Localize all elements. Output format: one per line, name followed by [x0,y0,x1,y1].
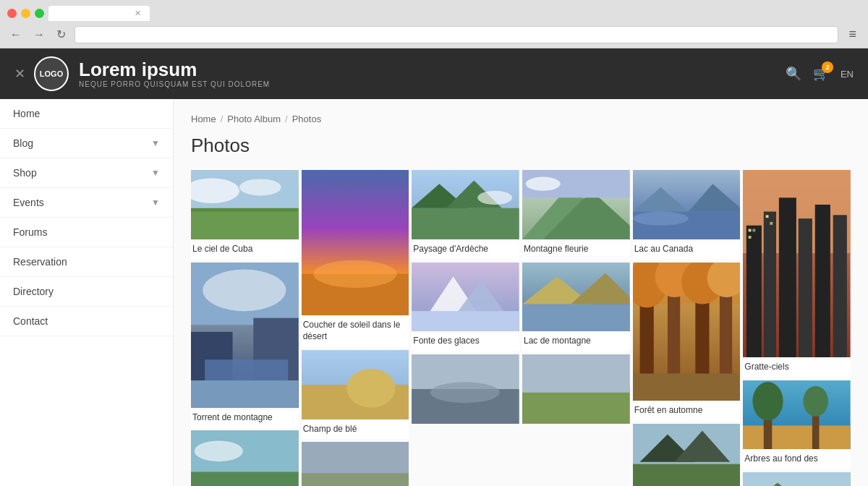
photo-item-bottom4[interactable] [522,354,630,426]
sidebar-item-shop[interactable]: Shop ▼ [0,158,173,188]
chevron-down-icon: ▼ [151,138,160,148]
back-button[interactable]: ← [7,27,25,43]
svg-point-42 [526,177,561,191]
photo-item-bottom3[interactable] [412,354,519,426]
photo-col-4: Montagne fleurie Lac de montagne [522,170,630,426]
photo-item-cuba[interactable]: Le ciel de Cuba [191,170,299,260]
sidebar-item-home[interactable]: Home [0,99,173,129]
tab-close-button[interactable]: ✕ [135,9,141,18]
photo-item-bottom2[interactable] [302,442,409,486]
photo-thumb-wheat [302,350,409,419]
dot-yellow[interactable] [21,9,30,18]
svg-rect-79 [749,229,752,232]
svg-point-37 [430,382,500,403]
header-right: 🔍 🛒 2 EN [786,66,854,82]
breadcrumb-sep-2: / [285,114,288,124]
svg-rect-34 [412,311,519,332]
language-button[interactable]: EN [841,69,854,80]
photo-caption-torrent: Torrent de montagne [191,410,299,428]
svg-rect-49 [522,354,630,393]
site-wrapper: ✕ LOGO Lorem ipsum NEQUE PORRO QUISQUAM … [0,48,868,486]
photo-item-bottom1[interactable] [191,430,299,486]
photo-thumb-foret [633,263,741,401]
site-title: Lorem ipsum NEQUE PORRO QUISQUAM EST QUI… [79,59,270,88]
refresh-button[interactable]: ↻ [54,26,69,43]
svg-rect-81 [749,236,752,239]
sidebar-item-events[interactable]: Events ▼ [0,188,173,218]
svg-point-54 [633,212,689,226]
svg-rect-25 [302,442,409,473]
forward-button[interactable]: → [30,27,48,43]
search-icon[interactable]: 🔍 [786,66,801,82]
photo-item-fonte[interactable]: Fonte des glaces [412,263,519,352]
photo-item-bottom6[interactable] [743,472,851,486]
breadcrumb-photo-album[interactable]: Photo Album [227,114,281,124]
photo-item-gratte-ciels[interactable]: Gratte-ciels [743,170,851,378]
photo-col-3: Paysage d'Ardèche Fonte des glaces [412,170,519,426]
sidebar-item-contact[interactable]: Contact [0,307,173,336]
breadcrumb-sep-1: / [221,114,224,124]
browser-tab[interactable]: ✕ [48,6,150,21]
sidebar-item-directory[interactable]: Directory [0,277,173,307]
address-bar[interactable] [75,26,838,43]
browser-chrome: ✕ ← → ↻ ≡ [0,0,868,48]
sidebar-item-blog[interactable]: Blog ▼ [0,129,173,158]
photo-grid: Le ciel de Cuba Torr [191,170,851,486]
breadcrumb: Home / Photo Album / Photos [191,114,851,124]
photo-caption-fonte: Fonte des glaces [412,333,519,351]
photo-thumb-bottom4 [522,354,630,424]
sidebar-item-reservation[interactable]: Reservation [0,247,173,277]
photo-caption-ardeche: Paysage d'Ardèche [412,242,519,260]
svg-rect-27 [412,208,519,239]
sidebar-directory-label: Directory [13,286,54,297]
photo-thumb-arbres [743,380,851,450]
chevron-down-icon: ▼ [151,168,160,178]
svg-rect-2 [191,212,299,239]
photo-item-lac-canada[interactable]: Lac au Canada [633,170,741,260]
photo-thumb-bottom2 [302,442,409,486]
photo-thumb-ardeche [412,170,519,239]
main-content: Home / Photo Album / Photos Photos [174,99,868,486]
site-name: Lorem ipsum [79,59,270,80]
photo-item-foret[interactable]: Forêt en automne [633,263,741,421]
photo-item-ardeche[interactable]: Paysage d'Ardèche [412,170,519,260]
sidebar-item-forums[interactable]: Forums [0,218,173,247]
photo-caption-lac-montagne: Lac de montagne [522,333,630,351]
site-body: Home Blog ▼ Shop ▼ Events ▼ Forums Reser… [0,99,868,486]
photo-thumb-bottom6 [743,472,851,486]
photo-thumb-gratte-ciels [743,170,851,357]
photo-col-1: Le ciel de Cuba Torr [191,170,299,486]
site-tagline: NEQUE PORRO QUISQUAM EST QUI DOLOREM [79,80,270,88]
cart-button[interactable]: 🛒 2 [813,66,829,82]
sidebar: Home Blog ▼ Shop ▼ Events ▼ Forums Reser… [0,99,174,486]
svg-point-30 [477,191,512,205]
svg-rect-73 [746,226,762,357]
page-title: Photos [191,135,851,157]
photo-item-arbres[interactable]: Arbres au fond des [743,380,851,470]
photo-item-sunset[interactable]: Coucher de soleil dans le désert [302,170,409,347]
photo-item-wheat[interactable]: Champ de blé [302,350,409,440]
breadcrumb-home[interactable]: Home [191,114,216,124]
photo-item-torrent[interactable]: Torrent de montagne [191,263,299,428]
svg-rect-91 [743,472,851,486]
sidebar-shop-label: Shop [13,167,37,179]
dot-green[interactable] [35,9,44,18]
dot-red[interactable] [7,9,17,18]
sidebar-forums-label: Forums [13,226,47,238]
header-close-button[interactable]: ✕ [14,66,25,82]
svg-point-87 [753,381,783,420]
svg-point-19 [313,260,396,288]
browser-toolbar: ← → ↻ ≡ [7,25,861,43]
photo-caption-lac-canada: Lac au Canada [633,242,741,260]
svg-rect-12 [191,380,299,408]
photo-col-2: Coucher de soleil dans le désert Champ d… [302,170,409,486]
photo-item-bottom5[interactable] [633,424,741,486]
photo-item-lac-montagne[interactable]: Lac de montagne [522,263,630,352]
photo-item-montagne-fleurie[interactable]: Montagne fleurie [522,170,630,260]
photo-caption-arbres: Arbres au fond des [743,451,851,469]
photo-caption-gratte-ciels: Gratte-ciels [743,359,851,378]
photo-col-5: Lac au Canada [633,170,741,486]
browser-menu-button[interactable]: ≡ [844,25,861,43]
svg-rect-78 [833,215,847,357]
svg-point-8 [203,269,286,311]
